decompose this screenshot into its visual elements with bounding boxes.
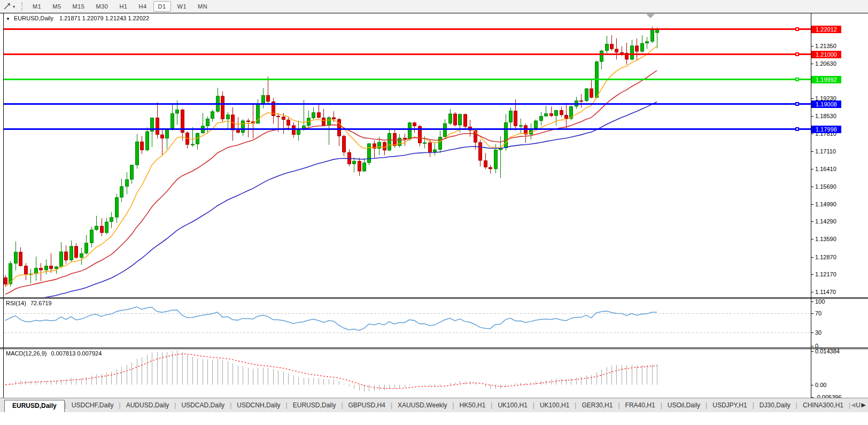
chart-cursor-glyph	[3, 2, 12, 11]
chart-tab-5[interactable]: EURUSD,Daily	[288, 400, 342, 411]
price-axis-label: 1.12170	[815, 271, 836, 277]
tab-scroll-arrows: ◀ ▶	[847, 401, 866, 408]
hline-price-badge: 1.19992	[811, 76, 841, 83]
timeframe-button-M30[interactable]: M30	[91, 1, 113, 12]
hline-price-badge: 1.22012	[811, 26, 841, 33]
chart-title[interactable]: ▼ EURUSD,Daily 1.21871 1.22079 1.21243 1…	[6, 15, 149, 21]
price-axis-label: 1.17110	[815, 148, 836, 154]
price-axis-label: 1.15690	[815, 183, 836, 190]
chart-title-symbol: EURUSD,Daily	[14, 15, 53, 21]
pane-separator[interactable]	[0, 297, 868, 298]
price-axis-tick	[811, 221, 813, 222]
price-axis-label: 1.13590	[815, 236, 836, 242]
price-axis-tick	[811, 187, 813, 187]
horizontal-line[interactable]	[4, 128, 811, 130]
macd-label: MACD(12,26,9) 0.007813 0.007924	[6, 350, 102, 357]
price-axis-label: 1.16410	[815, 166, 836, 172]
timeframe-button-W1[interactable]: W1	[173, 1, 192, 12]
chart-tab-4[interactable]: USDCNH,Daily	[231, 400, 285, 411]
rsi-axis-tick	[811, 346, 813, 346]
macd-canvas[interactable]	[4, 349, 811, 399]
horizontal-line[interactable]	[4, 53, 811, 55]
tab-scroll-right-icon[interactable]: ▶	[862, 401, 866, 408]
price-axis-tick	[811, 46, 813, 47]
rsi-axis-label: 70	[815, 310, 821, 316]
price-axis-tick	[811, 64, 813, 64]
chart-shift-marker-icon[interactable]	[646, 14, 655, 18]
chart-tab-13[interactable]: USOil,Daily	[662, 400, 706, 411]
timeframe-buttons: M1M5M15M30H1H4D1W1MN	[28, 1, 214, 12]
chart-tab-7[interactable]: XAUUSD,Weekly	[392, 400, 452, 411]
price-axis-tick	[811, 239, 813, 239]
chart-tab-3[interactable]: USDCAD,Daily	[176, 400, 230, 411]
price-axis-label: 1.11470	[815, 289, 836, 295]
rsi-value: 72.6719	[30, 300, 52, 306]
macd-axis-tick	[811, 385, 813, 385]
rsi-label: RSI(14) 72.6719	[6, 300, 52, 306]
chart-tab-8[interactable]: HK50,H1	[454, 400, 491, 411]
chart-tab-12[interactable]: FRA40,H1	[620, 400, 661, 411]
price-axis-label: 1.18530	[815, 113, 836, 119]
chart-tab-15[interactable]: DJ30,Daily	[754, 400, 796, 411]
rsi-name: RSI(14)	[6, 300, 26, 306]
toolbar: ▾ M1M5M15M30H1H4D1W1MN	[0, 0, 868, 13]
tab-scroll-left-icon[interactable]: ◀	[851, 401, 855, 408]
rsi-axis-label: 100	[815, 298, 825, 305]
timeframe-button-M1[interactable]: M1	[28, 1, 46, 12]
timeframe-button-H4[interactable]: H4	[134, 1, 151, 12]
chart-tab-9[interactable]: UK100,H1	[492, 400, 532, 411]
timeframe-button-H1[interactable]: H1	[114, 1, 132, 12]
toolbar-grip[interactable]	[21, 2, 24, 11]
chart-tab-0[interactable]: EURUSD,Daily	[4, 400, 65, 413]
hline-drag-handle[interactable]	[795, 52, 799, 56]
timeframe-button-MN[interactable]: MN	[193, 1, 212, 12]
hline-price-badge: 1.19008	[811, 101, 841, 108]
pane-separator[interactable]	[0, 347, 868, 348]
price-axis-tick	[811, 98, 813, 99]
rsi-axis-tick	[811, 302, 813, 302]
chart-window: ▼ EURUSD,Daily 1.21871 1.22079 1.21243 1…	[0, 13, 868, 425]
price-axis-label: 1.12870	[815, 254, 836, 260]
chart-tab-6[interactable]: GBPUSD,H4	[343, 400, 391, 411]
timeframe-button-M15[interactable]: M15	[68, 1, 90, 12]
price-axis-tick	[811, 257, 813, 258]
rsi-axis-tick	[811, 333, 813, 333]
horizontal-line[interactable]	[4, 103, 811, 105]
chart-tab-11[interactable]: GER30,H1	[576, 400, 618, 411]
horizontal-line[interactable]	[4, 79, 811, 80]
timeframe-button-D1[interactable]: D1	[153, 1, 171, 12]
chart-tab-10[interactable]: UK100,H1	[534, 400, 575, 411]
price-axis-tick	[811, 151, 813, 152]
price-axis-tick	[811, 134, 813, 134]
price-axis-tick	[811, 116, 813, 117]
chart-title-ohlc: 1.21871 1.22079 1.21243 1.22022	[59, 15, 149, 21]
price-axis-label: 1.20630	[815, 60, 836, 67]
chart-tab-1[interactable]: USDCHF,Daily	[66, 400, 119, 411]
rsi-canvas[interactable]	[4, 299, 811, 347]
horizontal-line[interactable]	[4, 28, 811, 30]
macd-axis-label: 0.014384	[815, 348, 840, 354]
macd-values: 0.007813 0.007924	[51, 350, 102, 357]
dropdown-caret-icon[interactable]: ▾	[13, 4, 19, 9]
hline-drag-handle[interactable]	[795, 127, 799, 131]
price-axis-tick	[811, 292, 813, 292]
rsi-axis-tick	[811, 313, 813, 314]
timeframe-button-M5[interactable]: M5	[48, 1, 66, 12]
hline-drag-handle[interactable]	[795, 78, 799, 81]
price-axis-label: 1.14990	[815, 201, 836, 207]
price-axis-tick	[811, 274, 813, 275]
chart-tab-14[interactable]: USDJPY,H1	[707, 400, 752, 411]
chart-tabs: EURUSD,Daily|USDCHF,Daily|AUDUSD,Daily|U…	[0, 398, 868, 412]
chart-tab-2[interactable]: AUDUSD,Daily	[121, 400, 175, 411]
chart-tab-16[interactable]: CHINA300,H1	[797, 400, 849, 411]
price-chart-canvas[interactable]	[4, 13, 811, 297]
chart-cursor-icon[interactable]	[2, 2, 13, 11]
collapse-caret-icon[interactable]: ▼	[6, 17, 10, 21]
hline-drag-handle[interactable]	[795, 102, 799, 106]
rsi-axis-label: 30	[815, 329, 821, 336]
macd-name: MACD(12,26,9)	[6, 350, 46, 357]
hline-drag-handle[interactable]	[795, 27, 799, 31]
price-axis-label: 1.14290	[815, 218, 836, 225]
price-axis-tick	[811, 169, 813, 169]
macd-axis-tick	[811, 351, 813, 352]
